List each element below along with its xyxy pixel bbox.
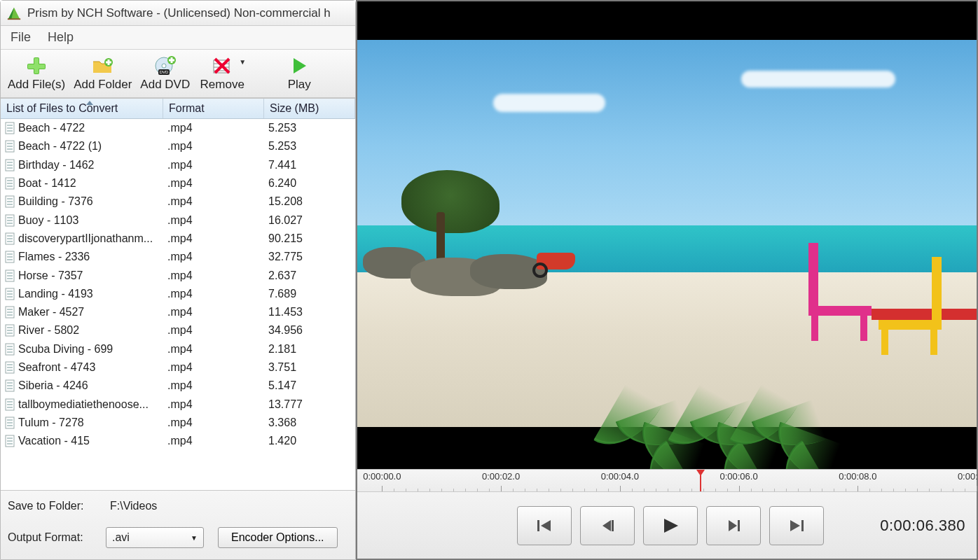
toolbar: Add File(s) Add Folder DVD Add DVD ▼ Rem	[1, 50, 355, 98]
file-icon	[5, 232, 16, 245]
file-size: 1.420	[264, 435, 355, 447]
file-name: discoverypartIIjonathanm...	[18, 232, 153, 245]
video-viewport[interactable]	[357, 1, 977, 469]
col-name[interactable]: List of Files to Convert	[1, 99, 163, 118]
svg-rect-63	[7, 296, 13, 298]
file-size: 34.956	[264, 324, 355, 337]
output-format-combo[interactable]: .avi ▼	[106, 527, 204, 548]
file-size: 5.253	[264, 140, 355, 153]
svg-rect-95	[7, 443, 13, 444]
table-body[interactable]: Beach - 4722.mp45.253Beach - 4722 (1).mp…	[1, 119, 355, 490]
file-format: .mp4	[163, 251, 264, 263]
step-forward-button[interactable]	[706, 506, 761, 545]
menu-help[interactable]: Help	[48, 30, 74, 45]
file-icon	[5, 214, 16, 227]
svg-rect-39	[7, 186, 13, 187]
menu-file[interactable]: File	[11, 30, 31, 45]
table-row[interactable]: Landing - 4193.mp47.689	[1, 285, 355, 303]
file-size: 7.441	[264, 159, 355, 172]
svg-rect-55	[7, 259, 13, 260]
svg-rect-71	[7, 332, 13, 334]
svg-rect-94	[7, 440, 13, 442]
table-row[interactable]: Flames - 2336.mp432.775	[1, 248, 355, 266]
file-icon	[5, 159, 16, 172]
svg-rect-2	[8, 18, 20, 20]
svg-rect-57	[7, 272, 13, 274]
table-row[interactable]: Scuba Diving - 699.mp42.181	[1, 340, 355, 358]
chevron-down-icon: ▼	[191, 534, 198, 542]
file-format: .mp4	[163, 159, 264, 172]
svg-rect-29	[7, 143, 13, 144]
save-to-label: Save to Folder:	[8, 500, 92, 512]
svg-rect-30	[7, 146, 13, 147]
skip-end-button[interactable]	[769, 506, 824, 545]
table-row[interactable]: Buoy - 1103.mp416.027	[1, 211, 355, 229]
chevron-down-icon[interactable]: ▼	[239, 58, 246, 66]
svg-marker-101	[729, 520, 737, 531]
file-format: .mp4	[163, 140, 264, 153]
remove-button[interactable]: ▼ Remove	[194, 54, 250, 93]
svg-rect-83	[7, 388, 13, 389]
svg-rect-102	[738, 520, 740, 531]
file-size: 2.637	[264, 270, 355, 282]
file-icon	[5, 416, 16, 429]
file-format: .mp4	[163, 122, 264, 134]
table-row[interactable]: Siberia - 4246.mp45.147	[1, 377, 355, 395]
save-to-path[interactable]: F:\Videos	[106, 498, 348, 514]
play-pause-button[interactable]	[643, 506, 698, 545]
add-folder-button[interactable]: Add Folder	[69, 54, 136, 93]
timeline[interactable]: 0:00:00.00:00:02.00:00:04.00:00:06.00:00…	[357, 469, 977, 491]
table-row[interactable]: tallboymediatiethenoose....mp413.777	[1, 395, 355, 413]
table-row[interactable]: discoverypartIIjonathanm....mp490.215	[1, 230, 355, 248]
file-format: .mp4	[163, 306, 264, 318]
svg-rect-66	[7, 312, 13, 313]
toolbar-label: Remove	[200, 78, 245, 92]
col-format[interactable]: Format	[163, 99, 264, 118]
table-row[interactable]: Birthday - 1462.mp47.441	[1, 156, 355, 174]
file-icon	[5, 288, 16, 300]
table-row[interactable]: Maker - 4527.mp411.453	[1, 303, 355, 321]
file-size: 13.777	[264, 398, 355, 411]
step-back-button[interactable]	[580, 506, 635, 545]
table-row[interactable]: Beach - 4722.mp45.253	[1, 119, 355, 137]
file-format: .mp4	[163, 416, 264, 429]
file-name: River - 5802	[18, 324, 79, 337]
table-row[interactable]: Building - 7376.mp415.208	[1, 192, 355, 211]
svg-rect-93	[7, 438, 13, 439]
svg-rect-65	[7, 309, 13, 310]
svg-rect-89	[7, 419, 13, 421]
svg-marker-98	[602, 520, 611, 531]
video-frame	[357, 40, 977, 427]
svg-rect-49	[7, 235, 13, 237]
file-size: 2.181	[264, 343, 355, 356]
remove-icon	[210, 55, 234, 76]
table-row[interactable]: Boat - 1412.mp46.240	[1, 174, 355, 192]
svg-rect-99	[612, 520, 614, 531]
svg-rect-9	[106, 62, 111, 64]
timeline-tick: 0:00:08.0	[839, 471, 876, 482]
svg-rect-42	[7, 201, 13, 202]
table-row[interactable]: Seafront - 4743.mp43.751	[1, 358, 355, 377]
svg-marker-97	[541, 520, 551, 531]
table-row[interactable]: Horse - 7357.mp42.637	[1, 266, 355, 284]
table-row[interactable]: Tulum - 7278.mp43.368	[1, 414, 355, 432]
file-name: Birthday - 1462	[18, 159, 95, 172]
play-button[interactable]: Play	[271, 54, 327, 93]
file-format: .mp4	[163, 398, 264, 411]
encoder-options-button[interactable]: Encoder Options...	[218, 527, 338, 548]
skip-start-button[interactable]	[517, 506, 572, 545]
file-format: .mp4	[163, 177, 264, 190]
file-size: 3.368	[264, 416, 355, 429]
col-size[interactable]: Size (MB)	[264, 99, 355, 118]
add-dvd-button[interactable]: DVD Add DVD	[136, 54, 194, 93]
preview-panel: 0:00:00.00:00:02.00:00:04.00:00:06.00:00…	[356, 0, 978, 560]
table-row[interactable]: Vacation - 415.mp41.420	[1, 432, 355, 450]
file-format: .mp4	[163, 324, 264, 337]
title-bar[interactable]: Prism by NCH Software - (Unlicensed) Non…	[1, 1, 355, 26]
table-row[interactable]: River - 5802.mp434.956	[1, 321, 355, 340]
file-name: Horse - 7357	[18, 270, 83, 282]
table-row[interactable]: Beach - 4722 (1).mp45.253	[1, 137, 355, 155]
svg-rect-25	[7, 125, 13, 126]
timeline-tick: 0:00:04.0	[601, 471, 639, 482]
add-files-button[interactable]: Add File(s)	[4, 54, 69, 93]
